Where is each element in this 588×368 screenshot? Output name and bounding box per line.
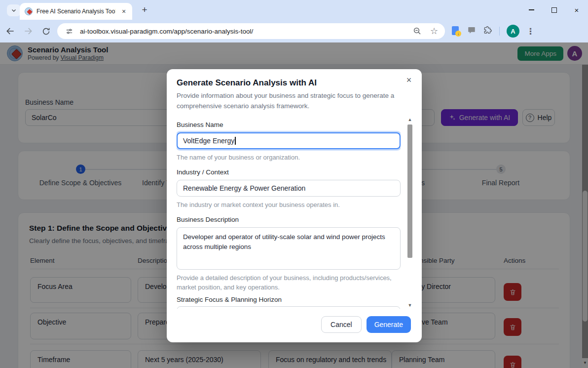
generate-button[interactable]: Generate [367,316,411,333]
modal-scrollbar-thumb[interactable] [407,124,412,258]
tab-title: Free AI Scenario Analysis Tool - [37,8,115,15]
reading-mode-icon[interactable]: ↓ [452,26,460,36]
tab-search-button[interactable] [7,4,21,16]
forward-arrow-icon [23,26,33,36]
browser-tab[interactable]: Free AI Scenario Analysis Tool - × [20,3,132,20]
modal-industry-input[interactable]: Renewable Energy & Power Generation [177,180,401,197]
download-badge-icon: ↓ [455,31,461,37]
zoom-out-icon[interactable] [411,25,423,37]
modal-description-label: Business Description [177,216,401,223]
modal-business-name-help: The name of your business or organizatio… [177,153,401,163]
modal-strategic-label: Strategic Focus & Planning Horizon [177,296,401,303]
browser-profile-avatar[interactable]: A [507,25,519,38]
modal-industry-help: The industry or market context your busi… [177,201,401,210]
window-controls: × [520,0,588,20]
window-close-button[interactable]: × [565,0,588,20]
extensions-puzzle-icon[interactable] [483,26,492,37]
browser-toolbar: ai-toolbox.visual-paradigm.com/app/scena… [0,20,588,42]
site-favicon-icon [25,7,33,15]
modal-description-help: Provide a detailed description of your b… [177,274,401,292]
modal-description-textarea[interactable]: Developer and operator of utility-scale … [177,227,401,270]
toolbar-divider [499,27,500,36]
tab-close-button[interactable]: × [119,7,128,16]
toolbar-actions: ↓ A ⋮ [452,25,535,38]
generate-dialog: × Generate Scenario Analysis with AI Pro… [167,69,422,342]
cancel-button[interactable]: Cancel [321,316,362,333]
dialog-footer: Cancel Generate [167,312,422,342]
minimize-button[interactable] [520,0,543,20]
dialog-close-button[interactable]: × [403,74,415,86]
modal-business-name-input[interactable]: VoltEdge Energy [177,132,401,149]
url-text[interactable]: ai-toolbox.visual-paradigm.com/app/scena… [80,28,406,35]
browser-menu-icon[interactable]: ⋮ [526,26,535,37]
tab-strip: Free AI Scenario Analysis Tool - × + × [0,0,588,20]
bookmark-star-icon[interactable]: ☆ [428,25,440,37]
modal-scroll-up-icon[interactable]: ▲ [407,117,413,123]
chevron-down-icon [11,7,17,13]
minimize-icon [529,9,534,10]
back-button[interactable] [3,24,18,39]
browser-chrome: Free AI Scenario Analysis Tool - × + × [0,0,588,42]
modal-strategic-input[interactable] [177,306,401,309]
forward-button[interactable] [21,24,36,39]
site-settings-icon[interactable] [63,25,75,37]
reload-button[interactable] [38,24,53,39]
modal-scroll-down-icon[interactable]: ▼ [407,302,413,308]
address-bar[interactable]: ai-toolbox.visual-paradigm.com/app/scena… [57,23,445,39]
browser-window: Free AI Scenario Analysis Tool - × + × [0,0,588,368]
dialog-description: Provide information about your business … [177,91,400,112]
new-tab-button[interactable]: + [138,4,151,17]
reload-icon [41,27,51,36]
text-caret [235,137,236,145]
back-arrow-icon [5,26,15,36]
maximize-button[interactable] [543,0,565,20]
dialog-form: Business Name VoltEdge Energy The name o… [177,115,401,309]
modal-business-name-label: Business Name [177,121,401,128]
maximize-icon [551,7,557,13]
dialog-title: Generate Scenario Analysis with AI [177,78,317,88]
modal-industry-label: Industry / Context [177,168,401,176]
feedback-bubble-icon[interactable] [467,26,476,37]
